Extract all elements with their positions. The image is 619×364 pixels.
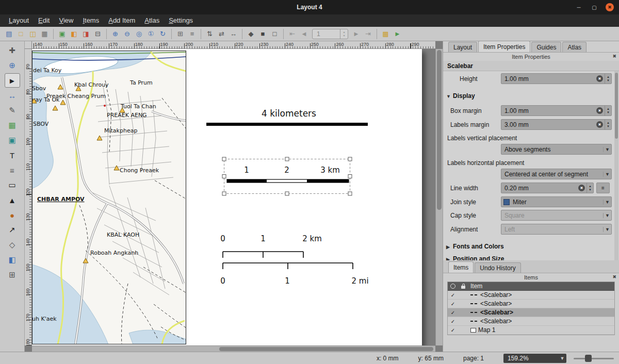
- preview-atlas-icon[interactable]: ►: [392, 28, 403, 40]
- smart-guides-icon[interactable]: ≡: [186, 28, 198, 40]
- zoom-actual-icon[interactable]: ①: [145, 28, 157, 40]
- lock-items-icon[interactable]: ■: [257, 28, 269, 40]
- menu-items[interactable]: Items: [78, 14, 104, 27]
- unlock-items-icon[interactable]: □: [269, 28, 281, 40]
- resize-items-icon[interactable]: ↔: [227, 28, 239, 40]
- spinner-arrows[interactable]: ▴▾: [340, 29, 348, 39]
- add-html-icon[interactable]: ◧: [5, 253, 20, 267]
- visibility-checkbox[interactable]: ✓: [451, 327, 455, 333]
- tab-guides[interactable]: Guides: [531, 42, 561, 52]
- spinner-arrows[interactable]: ▲▼: [605, 106, 611, 115]
- raise-items-icon[interactable]: ⇅: [204, 28, 216, 40]
- add-shape-icon[interactable]: ●: [5, 208, 20, 222]
- group-items-icon[interactable]: ◆: [245, 28, 257, 40]
- zoom-out-icon[interactable]: ⊖: [121, 28, 133, 40]
- print-layout-icon[interactable]: ⊟: [92, 28, 104, 40]
- box-margin-input[interactable]: 1.00 mm ✖ ▲▼: [501, 105, 612, 116]
- panel-close-icon[interactable]: ✖: [612, 274, 616, 279]
- scalebar-numeric-item[interactable]: 4 kilometers: [206, 108, 368, 126]
- pan-tool-icon[interactable]: ✚: [5, 43, 20, 58]
- tab-atlas[interactable]: Atlas: [562, 42, 587, 52]
- visibility-checkbox[interactable]: ✓: [451, 310, 455, 316]
- distribute-items-icon[interactable]: ⇄: [216, 28, 227, 40]
- labels-vertical-placement-select[interactable]: Above segments ▼: [501, 144, 612, 155]
- atlas-last-icon[interactable]: ⇥: [362, 28, 374, 40]
- close-icon[interactable]: ✖: [606, 3, 614, 11]
- scrollbar-thumb[interactable]: [615, 73, 618, 139]
- clear-icon[interactable]: ✖: [596, 107, 603, 114]
- item-row[interactable]: ✓<Scalebar>: [448, 300, 614, 308]
- zoom-slider[interactable]: [574, 354, 614, 363]
- slider-handle[interactable]: [585, 355, 592, 362]
- clear-icon[interactable]: ✖: [578, 185, 585, 191]
- alignment-select[interactable]: Left ▼: [501, 224, 612, 235]
- add-legend-icon[interactable]: ≡: [5, 163, 20, 177]
- tab-layout[interactable]: Layout: [448, 42, 477, 52]
- join-style-select[interactable]: Miter ▼: [501, 196, 612, 207]
- add-attribute-table-icon[interactable]: ⊞: [5, 268, 20, 282]
- data-defined-override-button[interactable]: ≡: [596, 183, 610, 193]
- spinner-arrows[interactable]: ▲▼: [605, 120, 611, 129]
- clear-icon[interactable]: ✖: [596, 121, 603, 128]
- layout-page[interactable]: dei Ta KoyKbal ChrouyTa PrumSbovPreaek C…: [32, 49, 422, 345]
- menu-edit[interactable]: Edit: [34, 14, 54, 27]
- visibility-checkbox[interactable]: ✓: [451, 319, 455, 324]
- canvas-horizontal-scrollbar[interactable]: [32, 345, 435, 352]
- add-arrow-icon[interactable]: ↗: [5, 223, 20, 237]
- minimize-icon[interactable]: ─: [575, 3, 583, 11]
- add-north-arrow-icon[interactable]: ▲: [5, 193, 20, 207]
- add-scalebar-icon[interactable]: ▭: [5, 178, 20, 192]
- save-project-icon[interactable]: ▤: [3, 28, 15, 40]
- zoom-full-icon[interactable]: ◎: [133, 28, 145, 40]
- tab-items[interactable]: Items: [448, 261, 474, 273]
- menu-view[interactable]: View: [54, 14, 78, 27]
- tab-undo-history[interactable]: Undo History: [475, 262, 520, 273]
- visibility-checkbox[interactable]: ✓: [451, 301, 455, 307]
- scalebar-selected-item[interactable]: 123 km: [222, 157, 352, 195]
- atlas-prev-icon[interactable]: ◄: [298, 28, 310, 40]
- add-node-item-icon[interactable]: ◇: [5, 238, 20, 252]
- labels-horizontal-placement-select[interactable]: Centered at center of segment ▼: [501, 169, 612, 179]
- atlas-next-icon[interactable]: ►: [350, 28, 362, 40]
- visibility-checkbox[interactable]: ✓: [451, 292, 455, 298]
- labels-margin-input[interactable]: 3.00 mm ✖ ▲▼: [501, 119, 612, 130]
- zoom-in-icon[interactable]: ⊕: [109, 28, 121, 40]
- atlas-settings-icon[interactable]: ▩: [380, 28, 392, 40]
- canvas-viewport[interactable]: dei Ta KoyKbal ChrouyTa PrumSbovPreaek C…: [32, 49, 435, 345]
- move-item-content-icon[interactable]: ↔: [5, 88, 20, 103]
- position-size-section-header[interactable]: ▶ Position and Size: [443, 254, 613, 260]
- scrollbar-thumb[interactable]: [219, 347, 433, 351]
- canvas-vertical-scrollbar[interactable]: [435, 49, 443, 345]
- item-row[interactable]: ✓Map 1: [448, 326, 614, 335]
- maximize-icon[interactable]: ▢: [590, 3, 598, 11]
- export-pdf-icon[interactable]: ◨: [80, 28, 92, 40]
- new-layout-icon[interactable]: □: [15, 28, 27, 40]
- item-row[interactable]: ✓<Scalebar>: [448, 291, 614, 300]
- atlas-first-icon[interactable]: ⇤: [286, 28, 298, 40]
- menu-add-item[interactable]: Add Item: [104, 14, 140, 27]
- zoom-tool-icon[interactable]: ⊕: [5, 58, 20, 73]
- item-row[interactable]: ✓<Scalebar>: [448, 317, 614, 326]
- panel-close-icon[interactable]: ✖: [612, 54, 616, 59]
- show-grid-icon[interactable]: ⊞: [174, 28, 186, 40]
- add-map-icon[interactable]: ▦: [5, 118, 20, 133]
- add-label-icon[interactable]: T: [5, 148, 20, 162]
- select-move-item-icon[interactable]: ►: [5, 73, 20, 88]
- height-input[interactable]: 1.00 mm ✖ ▲▼: [501, 73, 612, 84]
- scrollbar-thumb[interactable]: [437, 50, 442, 210]
- properties-scrollbar[interactable]: [614, 71, 618, 260]
- display-section-header[interactable]: ▼ Display: [443, 91, 613, 101]
- add-picture-icon[interactable]: ▣: [5, 133, 20, 147]
- edit-nodes-item-icon[interactable]: ✎: [5, 103, 20, 118]
- spinner-arrows[interactable]: ▲▼: [605, 74, 611, 84]
- atlas-feature-spinbox[interactable]: 1▴▾: [312, 29, 348, 39]
- menu-atlas[interactable]: Atlas: [140, 14, 164, 27]
- layout-manager-icon[interactable]: ▦: [39, 28, 51, 40]
- duplicate-layout-icon[interactable]: ◫: [27, 28, 39, 40]
- tab-item-properties[interactable]: Item Properties: [478, 41, 530, 52]
- clear-icon[interactable]: ✖: [596, 75, 603, 82]
- menu-layout[interactable]: Layout: [4, 14, 34, 27]
- menu-settings[interactable]: Settings: [164, 14, 198, 27]
- item-row[interactable]: ✓<Scalebar>: [448, 308, 614, 317]
- cap-style-select[interactable]: Square ▼: [501, 210, 612, 221]
